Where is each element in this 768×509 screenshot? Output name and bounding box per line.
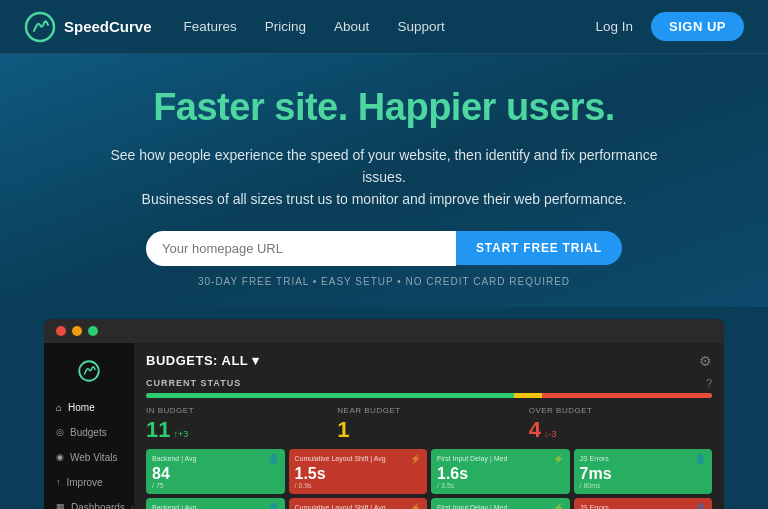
status-progress-bar <box>146 393 712 398</box>
card-cls-2[interactable]: Cumulative Layout Shift | Avg ⚡ 1.5s / 0… <box>289 498 428 509</box>
budgets-icon: ◎ <box>56 427 64 437</box>
progress-red <box>542 393 712 398</box>
signup-button[interactable]: SIGN UP <box>651 12 744 41</box>
sidebar-item-home[interactable]: ⌂ Home <box>44 395 134 420</box>
dashboard-main: BUDGETS: ALL ▾ ⚙ CURRENT STATUS ? <box>134 343 724 509</box>
card-user-icon: 👤 <box>695 503 706 509</box>
card-name: First Input Delay | Med <box>437 503 507 509</box>
in-budget-label: In Budget <box>146 406 329 415</box>
card-name: First Input Delay | Med <box>437 454 507 463</box>
card-backend-avg-2[interactable]: Backend | Avg 👤 84 / 75 <box>146 498 285 509</box>
hero-subtitle-line1: See how people experience the speed of y… <box>110 147 657 185</box>
card-user-icon: 👤 <box>268 503 279 509</box>
dashboards-icon: ▦ <box>56 502 65 509</box>
near-budget-value: 1 <box>337 417 349 443</box>
sidebar-item-improve[interactable]: ↑ Improve <box>44 470 134 495</box>
sidebar-web-vitals-label: Web Vitals <box>70 452 117 463</box>
budgets-all-title[interactable]: BUDGETS: ALL ▾ <box>146 353 260 368</box>
hero-form: START FREE TRIAL <box>40 231 728 266</box>
card-fid-1[interactable]: First Input Delay | Med ⚡ 1.6s / 3.5s <box>431 449 570 494</box>
gear-icon[interactable]: ⚙ <box>699 353 712 369</box>
current-status-section: CURRENT STATUS ? In Budget 11 ↑ <box>146 377 712 443</box>
window-dot-yellow <box>72 326 82 336</box>
progress-yellow <box>514 393 542 398</box>
card-icon: ⚡ <box>553 503 564 509</box>
nav-actions: Log In SIGN UP <box>595 12 744 41</box>
card-user-icon: 👤 <box>695 454 706 464</box>
web-vitals-icon: ◉ <box>56 452 64 462</box>
cta-button[interactable]: START FREE TRIAL <box>456 231 622 265</box>
over-budget-value: 4 <box>529 417 541 443</box>
budget-summary-row: In Budget 11 ↑+3 Near Budget 1 <box>146 406 712 443</box>
nav-link-features[interactable]: Features <box>184 19 237 34</box>
cards-row-2: Backend | Avg 👤 84 / 75 Cumulative Layou… <box>146 498 712 509</box>
card-name: JS Errors <box>580 454 609 463</box>
logo-text: SpeedCurve <box>64 18 152 35</box>
navbar: SpeedCurve Features Pricing About Suppor… <box>0 0 768 54</box>
nav-link-support[interactable]: Support <box>397 19 444 34</box>
hero-section: Faster site. Happier users. See how peop… <box>0 54 768 307</box>
card-top: Backend | Avg 👤 <box>152 454 279 464</box>
window-dot-red <box>56 326 66 336</box>
near-budget-item: Near Budget 1 <box>337 406 520 443</box>
card-sub: / 80ms <box>580 482 707 489</box>
over-budget-item: Over Budget 4 ↓-3 <box>529 406 712 443</box>
card-value: 1.6s <box>437 466 564 482</box>
svg-point-1 <box>79 361 99 381</box>
logo[interactable]: SpeedCurve <box>24 11 152 43</box>
home-icon: ⌂ <box>56 402 62 413</box>
card-icon: ⚡ <box>553 454 564 464</box>
card-name: Backend | Avg <box>152 503 197 509</box>
nav-link-about[interactable]: About <box>334 19 369 34</box>
card-value: 7ms <box>580 466 707 482</box>
current-status-label: CURRENT STATUS <box>146 378 241 388</box>
dashboard: ⌂ Home ◎ Budgets ◉ Web Vitals ↑ Improve … <box>44 319 724 509</box>
card-cls-1[interactable]: Cumulative Layout Shift | Avg ⚡ 1.5s / 0… <box>289 449 428 494</box>
card-js-errors-2[interactable]: JS Errors 👤 12 / 90ms <box>574 498 713 509</box>
nav-link-pricing[interactable]: Pricing <box>265 19 306 34</box>
card-icon: ⚡ <box>410 454 421 464</box>
dashboard-header: BUDGETS: ALL ▾ ⚙ <box>146 353 712 369</box>
card-fid-2[interactable]: First Input Delay | Med ⚡ 1.6s / 3.5s <box>431 498 570 509</box>
nav-links: Features Pricing About Support <box>184 19 596 34</box>
near-budget-num: 1 <box>337 417 520 443</box>
over-budget-label: Over Budget <box>529 406 712 415</box>
card-name: Cumulative Layout Shift | Avg <box>295 503 386 509</box>
card-backend-avg-1[interactable]: Backend | Avg 👤 84 / 75 <box>146 449 285 494</box>
svg-point-0 <box>26 13 54 41</box>
dashboard-titlebar <box>44 319 724 343</box>
card-top: JS Errors 👤 <box>580 454 707 464</box>
card-value: 84 <box>152 466 279 482</box>
sidebar-item-web-vitals[interactable]: ◉ Web Vitals <box>44 445 134 470</box>
dash-logo-icon <box>77 359 101 383</box>
url-input[interactable] <box>146 231 456 266</box>
status-help-icon: ? <box>706 377 712 389</box>
card-name: Cumulative Layout Shift | Avg <box>295 454 386 463</box>
in-budget-value: 11 <box>146 417 170 443</box>
in-budget-num: 11 ↑+3 <box>146 417 329 443</box>
hero-title: Faster site. Happier users. <box>40 86 728 130</box>
dash-logo <box>44 353 134 395</box>
card-name: Backend | Avg <box>152 454 197 463</box>
hero-subtitle: See how people experience the speed of y… <box>94 144 674 211</box>
card-top: Cumulative Layout Shift | Avg ⚡ <box>295 503 422 509</box>
over-budget-delta: ↓-3 <box>544 429 557 439</box>
card-user-icon: 👤 <box>268 454 279 464</box>
cards-row-1: Backend | Avg 👤 84 / 75 Cumulative Layou… <box>146 449 712 494</box>
card-js-errors-1[interactable]: JS Errors 👤 7ms / 80ms <box>574 449 713 494</box>
dashboard-body: ⌂ Home ◎ Budgets ◉ Web Vitals ↑ Improve … <box>44 343 724 509</box>
improve-icon: ↑ <box>56 477 61 487</box>
sidebar-item-budgets[interactable]: ◎ Budgets <box>44 420 134 445</box>
hero-subtitle-line2: Businesses of all sizes trust us to moni… <box>142 191 627 207</box>
dashboard-sidebar: ⌂ Home ◎ Budgets ◉ Web Vitals ↑ Improve … <box>44 343 134 509</box>
card-sub: / 3.5s <box>437 482 564 489</box>
in-budget-item: In Budget 11 ↑+3 <box>146 406 329 443</box>
over-budget-num: 4 ↓-3 <box>529 417 712 443</box>
near-budget-label: Near Budget <box>337 406 520 415</box>
status-bar-header: CURRENT STATUS ? <box>146 377 712 389</box>
card-top: Backend | Avg 👤 <box>152 503 279 509</box>
card-sub: / 0.9s <box>295 482 422 489</box>
sidebar-item-dashboards[interactable]: ▦ Dashboards › <box>44 495 134 509</box>
login-button[interactable]: Log In <box>595 19 633 34</box>
dashboard-wrapper: ⌂ Home ◎ Budgets ◉ Web Vitals ↑ Improve … <box>0 307 768 509</box>
